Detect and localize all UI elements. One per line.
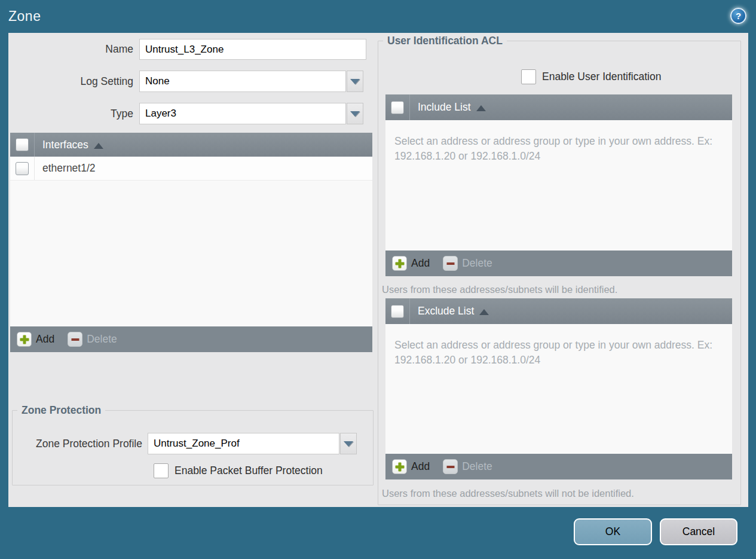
name-label: Name — [8, 43, 139, 56]
add-label: Add — [411, 257, 430, 270]
type-dropdown-button[interactable] — [347, 103, 363, 124]
page-title: Zone — [8, 8, 41, 25]
delete-include-button[interactable]: Delete — [443, 256, 492, 271]
log-setting-dropdown-button[interactable] — [347, 71, 363, 92]
enable-user-identification-checkbox[interactable] — [521, 69, 536, 84]
interfaces-header-checkbox-cell — [10, 133, 35, 157]
zone-protection-profile-row: Zone Protection Profile Untrust_Zone_Pro… — [13, 433, 357, 454]
interfaces-table-header: Interfaces — [10, 133, 372, 157]
sort-ascending-icon — [94, 143, 103, 149]
include-list-body[interactable]: Select an address or address group or ty… — [385, 120, 732, 251]
packet-buffer-protection-checkbox[interactable] — [154, 463, 169, 478]
log-setting-label: Log Setting — [8, 75, 139, 88]
include-column-label: Include List — [418, 101, 471, 114]
chevron-down-icon — [350, 79, 360, 84]
chevron-down-icon — [344, 441, 353, 447]
zone-protection-section: Zone Protection Zone Protection Profile … — [12, 404, 374, 485]
exclude-list-table: Exclude List Select an address or addres… — [385, 298, 732, 479]
delete-label: Delete — [462, 257, 492, 270]
include-column-header[interactable]: Include List — [410, 94, 486, 120]
include-list-caption: Users from these addresses/subnets will … — [382, 284, 617, 295]
interfaces-select-all-checkbox[interactable] — [16, 138, 29, 151]
exclude-column-label: Exclude List — [418, 305, 474, 317]
chevron-down-icon — [350, 111, 360, 117]
add-exclude-button[interactable]: Add — [392, 459, 430, 474]
table-row[interactable]: ethernet1/2 — [10, 157, 372, 181]
minus-icon — [68, 332, 82, 347]
interfaces-table-body: ethernet1/2 — [10, 157, 372, 326]
exclude-list-body[interactable]: Select an address or address group or ty… — [385, 324, 732, 454]
exclude-list-caption: Users from these addresses/subnets will … — [382, 488, 634, 499]
interface-row-checkbox[interactable] — [16, 162, 29, 175]
exclude-column-header[interactable]: Exclude List — [410, 298, 489, 324]
row-checkbox-cell — [10, 157, 35, 180]
log-setting-select[interactable]: None — [139, 71, 346, 92]
enable-user-identification-label: Enable User Identification — [542, 71, 661, 83]
include-list-footer: Add Delete — [385, 251, 732, 276]
zone-protection-legend: Zone Protection — [17, 404, 105, 417]
interfaces-column-label: Interfaces — [42, 139, 88, 151]
help-icon[interactable]: ? — [730, 8, 746, 24]
user-identification-section: User Identification ACL Enable User Iden… — [378, 35, 741, 505]
interfaces-table-footer: Add Delete — [10, 326, 372, 352]
plus-icon — [392, 459, 407, 474]
exclude-list-placeholder: Select an address or address group or ty… — [385, 324, 723, 368]
name-input[interactable] — [139, 39, 366, 60]
delete-label: Delete — [462, 460, 492, 473]
add-label: Add — [36, 333, 54, 346]
plus-icon — [392, 256, 407, 271]
exclude-list-header: Exclude List — [385, 298, 732, 324]
interfaces-column-header[interactable]: Interfaces — [35, 133, 103, 157]
enable-user-identification-row: Enable User Identification — [521, 69, 661, 84]
exclude-header-checkbox-cell — [385, 298, 410, 324]
log-setting-row: Log Setting None — [8, 71, 363, 92]
user-identification-legend: User Identification ACL — [383, 35, 507, 47]
type-select[interactable]: Layer3 — [139, 103, 346, 124]
include-list-header: Include List — [385, 94, 732, 120]
interface-name: ethernet1/2 — [35, 157, 96, 180]
dialog-titlebar: Zone ? — [0, 0, 756, 33]
dialog-content: Name Log Setting None Type Layer3 — [8, 33, 748, 507]
delete-exclude-button[interactable]: Delete — [443, 459, 492, 474]
interfaces-table: Interfaces ethernet1/2 Add — [10, 133, 372, 352]
plus-icon — [17, 332, 32, 347]
sort-ascending-icon — [476, 105, 486, 111]
exclude-select-all-checkbox[interactable] — [391, 305, 404, 318]
packet-buffer-protection-label: Enable Packet Buffer Protection — [175, 465, 323, 477]
delete-interface-button[interactable]: Delete — [68, 332, 117, 347]
include-select-all-checkbox[interactable] — [391, 101, 404, 114]
zone-protection-profile-select[interactable]: Untrust_Zone_Prof — [148, 433, 339, 454]
include-list-table: Include List Select an address or addres… — [385, 94, 732, 276]
ok-button[interactable]: OK — [574, 518, 652, 545]
name-row: Name — [8, 39, 366, 60]
zone-protection-profile-dropdown-button[interactable] — [340, 433, 357, 454]
sort-ascending-icon — [479, 309, 489, 315]
include-header-checkbox-cell — [385, 94, 410, 120]
cancel-button[interactable]: Cancel — [660, 518, 737, 545]
add-label: Add — [411, 460, 430, 473]
packet-buffer-protection-row: Enable Packet Buffer Protection — [154, 463, 323, 478]
zone-protection-profile-label: Zone Protection Profile — [13, 438, 148, 450]
type-row: Type Layer3 — [8, 103, 363, 124]
add-include-button[interactable]: Add — [392, 256, 430, 271]
minus-icon — [443, 256, 458, 271]
add-interface-button[interactable]: Add — [17, 332, 54, 347]
type-label: Type — [8, 108, 139, 120]
minus-icon — [443, 459, 458, 474]
delete-label: Delete — [87, 333, 117, 346]
include-list-placeholder: Select an address or address group or ty… — [385, 120, 723, 164]
exclude-list-footer: Add Delete — [385, 454, 732, 479]
